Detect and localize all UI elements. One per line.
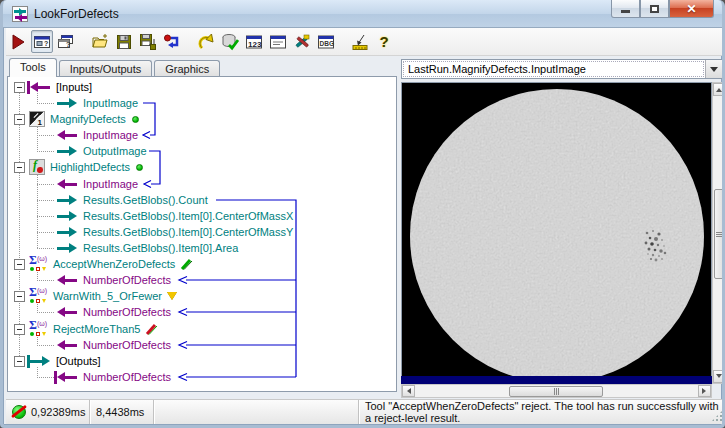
save-as-button[interactable] <box>137 30 159 53</box>
collapse-icon[interactable] <box>14 82 25 93</box>
tree-guide-line <box>37 125 38 151</box>
debug-window-icon: DBG <box>317 33 335 51</box>
list-window-icon <box>269 33 287 51</box>
outputs-terminal-icon <box>29 357 51 366</box>
image-bottom-border <box>401 376 712 384</box>
output-pin-icon <box>56 212 78 221</box>
run-time: 0,92389ms <box>31 406 85 418</box>
scroll-left-button[interactable] <box>402 385 415 397</box>
minimize-button[interactable] <box>611 0 640 18</box>
tree-item-outputs[interactable]: [Outputs] <box>14 353 101 369</box>
collapse-icon[interactable] <box>14 162 25 173</box>
run-icon <box>9 33 27 51</box>
tree-item-rejectmorethan5[interactable]: Σ(ω) RejectMoreThan5 <box>14 321 158 337</box>
total-time: 8,4438ms <box>96 406 144 418</box>
image-selector-combobox[interactable]: LastRun.MagnifyDefects.InputImage <box>401 59 723 79</box>
tree-item-magnify-inputimage[interactable]: InputImage <box>56 127 138 143</box>
arrow-down-icon <box>716 374 722 381</box>
help-button[interactable]: ? <box>373 30 395 53</box>
chevron-down-icon <box>710 67 718 76</box>
tab-graphics[interactable]: Graphics <box>154 60 220 77</box>
numbers-window-icon: 123 <box>245 33 263 51</box>
tree-item-highlight-inputimage[interactable]: InputImage <box>56 176 138 192</box>
tree-item-accept-numberofdefects[interactable]: NumberOfDefects <box>56 272 171 288</box>
tab-inputs-outputs[interactable]: Inputs/Outputs <box>59 60 153 77</box>
tree-guide-line <box>37 248 55 249</box>
debug-window-button[interactable]: DBG <box>315 30 337 53</box>
collapse-icon[interactable] <box>14 259 25 270</box>
tree-item-centerofmassx[interactable]: Results.GetBlobs().Item[0].CenterOfMassX <box>56 208 293 224</box>
image-window-icon: ? <box>33 33 51 51</box>
vertical-scrollbar[interactable] <box>712 82 725 384</box>
maximize-button[interactable] <box>640 0 669 18</box>
tree-guide-line <box>37 103 55 104</box>
tree-guide-line <box>37 280 55 281</box>
scroll-right-button[interactable] <box>698 385 711 397</box>
collapse-icon[interactable] <box>14 114 25 125</box>
database-check-icon <box>221 33 239 51</box>
undo-button[interactable] <box>195 30 217 53</box>
output-pin-icon <box>56 244 78 253</box>
probe-button[interactable] <box>349 30 371 53</box>
input-pin-icon <box>56 180 78 189</box>
job-icon <box>12 6 28 22</box>
input-pin-icon <box>56 341 78 350</box>
svg-text:DBG: DBG <box>320 40 334 47</box>
show-image-window-button[interactable]: ? <box>31 30 53 53</box>
status-message: Tool "AcceptWhenZeroDefects" reject. The… <box>365 400 719 424</box>
new-image-window-button[interactable]: ? <box>55 30 77 53</box>
tree-item-magnifydefects[interactable]: MagnifyDefects <box>14 111 139 127</box>
tree-item-blobs-count[interactable]: Results.GetBlobs().Count <box>56 192 208 208</box>
tab-tools[interactable]: Tools <box>9 58 57 77</box>
collapse-icon[interactable] <box>14 291 25 302</box>
output-pin-icon <box>56 196 78 205</box>
windows-cascade-icon: ? <box>57 33 75 51</box>
input-pin-icon <box>56 308 78 317</box>
tree-item-reject-numberofdefects[interactable]: NumberOfDefects <box>56 337 171 353</box>
tool-ok-status-icon <box>136 164 143 171</box>
svg-text:?: ? <box>66 41 70 48</box>
tree-item-inputs[interactable]: [Inputs] <box>14 79 92 95</box>
close-button[interactable]: ✕ <box>669 0 714 18</box>
save-button[interactable] <box>113 30 135 53</box>
collapse-icon[interactable] <box>14 356 25 367</box>
scroll-up-button[interactable] <box>713 83 724 96</box>
open-button[interactable] <box>89 30 111 53</box>
warn-status-icon <box>167 292 177 300</box>
image-display <box>401 82 712 384</box>
horizontal-scroll-thumb[interactable] <box>509 386 603 397</box>
probe-pointer-icon <box>351 33 369 51</box>
run-button[interactable] <box>7 30 29 53</box>
properties-window-button[interactable] <box>267 30 289 53</box>
import-button[interactable] <box>161 30 183 53</box>
svg-text:?: ? <box>44 40 48 47</box>
tree-item-acceptwhenzerodefects[interactable]: Σ(ω) AcceptWhenZeroDefects <box>14 256 193 272</box>
database-check-button[interactable] <box>219 30 241 53</box>
arrow-right-icon <box>702 388 709 394</box>
collapse-icon[interactable] <box>14 324 25 335</box>
tree-item-inputimage-source[interactable]: InputImage <box>56 95 138 111</box>
undo-arrow-icon <box>197 33 215 51</box>
horizontal-scrollbar[interactable] <box>401 384 712 398</box>
message-panel: Tool "AcceptWhenZeroDefects" reject. The… <box>359 400 725 424</box>
tree-item-outputs-numberofdefects[interactable]: NumberOfDefects <box>56 369 171 385</box>
spacer-panel <box>154 400 359 424</box>
vertical-scroll-thumb[interactable] <box>714 189 725 279</box>
combobox-dropdown-button[interactable] <box>705 60 722 78</box>
tree-item-magnify-outputimage[interactable]: OutputImage <box>56 143 147 159</box>
tree-item-area[interactable]: Results.GetBlobs().Item[0].Area <box>56 240 238 256</box>
scroll-down-button[interactable] <box>713 370 724 383</box>
output-pin-icon <box>56 228 78 237</box>
tools-options-button[interactable] <box>291 30 313 53</box>
tab-strip: Tools Inputs/Outputs Graphics <box>9 58 222 77</box>
arrow-left-icon <box>404 388 411 394</box>
tools-tree-panel: [Inputs] InputImage MagnifyDefects Input… <box>7 76 397 392</box>
calibration-button[interactable]: 123 <box>243 30 265 53</box>
tree-item-highlightdefects[interactable]: HighlightDefects <box>14 159 143 175</box>
tree-item-warnwith5orfewer[interactable]: Σ(ω) WarnWith_5_OrFewer <box>14 288 177 304</box>
import-arrow-icon <box>163 33 181 51</box>
tool-ok-status-icon <box>132 116 139 123</box>
tree-item-centerofmassy[interactable]: Results.GetBlobs().Item[0].CenterOfMassY <box>56 224 293 240</box>
tree-item-warn-numberofdefects[interactable]: NumberOfDefects <box>56 304 171 320</box>
tree-guide-line <box>37 377 55 378</box>
